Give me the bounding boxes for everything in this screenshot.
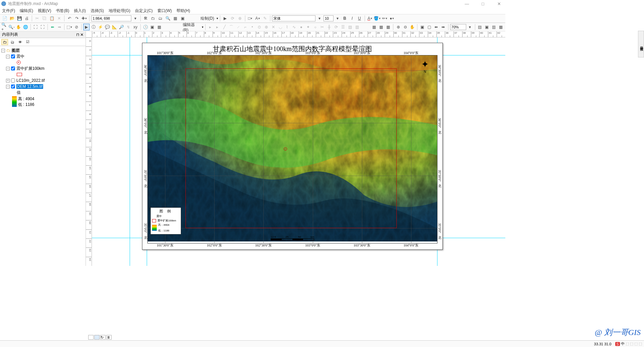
- toc-layer1-checkbox[interactable]: [11, 54, 15, 58]
- toc-tree[interactable]: −🗀图层 −震中 −震中扩展100km +LC10m_2022.tif −DEM…: [0, 46, 86, 266]
- distance-distance[interactable]: ⊙: [256, 24, 262, 30]
- forward-extent-button[interactable]: ➡: [56, 24, 62, 30]
- layout-canvas[interactable]: 甘肃积石山地震震中100km范围内数字高程模型晕渲图: [92, 37, 505, 266]
- direction-distance[interactable]: ⊕: [263, 24, 269, 30]
- add-data-button[interactable]: ✚▾: [81, 15, 88, 22]
- data-driven-pages[interactable]: ▦: [498, 24, 504, 30]
- toc-tab-visibility[interactable]: 👁: [17, 39, 23, 45]
- fixed-zoom-in-button[interactable]: ⛶: [32, 24, 39, 30]
- layout-zoom-input[interactable]: [450, 24, 466, 30]
- fill-color-button[interactable]: 🪣▾: [374, 15, 381, 22]
- go-to-xy-button[interactable]: xy: [132, 24, 139, 30]
- edit-vertices[interactable]: ✦: [305, 24, 311, 30]
- back-extent-button[interactable]: ⬅: [49, 24, 56, 30]
- menu-view[interactable]: 视图(V): [38, 8, 51, 14]
- split-tool[interactable]: ╫: [326, 24, 333, 30]
- georef-button2[interactable]: ▦: [378, 24, 384, 30]
- reshape[interactable]: ⟐: [312, 24, 318, 30]
- menu-geoprocessing[interactable]: 地理处理(G): [109, 8, 130, 14]
- zoom-out-button[interactable]: 🔍-: [8, 24, 15, 30]
- select-elements-button[interactable]: ▶: [222, 15, 229, 22]
- close-button[interactable]: ✕: [494, 1, 504, 6]
- marker-color-button[interactable]: ●▾: [389, 15, 395, 22]
- redo-button[interactable]: ↷: [74, 15, 80, 22]
- edit-vertices-button[interactable]: ✎: [262, 15, 268, 22]
- editor-toolbar-button[interactable]: 🛠: [142, 15, 149, 22]
- map-title[interactable]: 甘肃积石山地震震中100km范围内数字高程模型晕渲图: [142, 43, 442, 54]
- copy-button[interactable]: ⿻: [41, 15, 48, 22]
- toc-tab-drawing-order[interactable]: 🗀: [1, 39, 8, 45]
- minimize-button[interactable]: —: [462, 1, 472, 6]
- layout-whole-page[interactable]: ▣: [419, 24, 425, 30]
- rectangle-tool[interactable]: □▾: [247, 15, 254, 22]
- toc-layers-root[interactable]: 图层: [12, 48, 20, 53]
- zoom-to-selected-button[interactable]: ⊕: [237, 15, 243, 22]
- create-viewer-button[interactable]: ▣: [149, 24, 155, 30]
- scale-input[interactable]: [91, 15, 131, 21]
- new-button[interactable]: 📄: [1, 15, 8, 22]
- end-point-arc[interactable]: ⌒: [228, 24, 235, 30]
- attributes-button[interactable]: ☰: [340, 24, 346, 30]
- edit-tool[interactable]: ▸: [207, 24, 214, 30]
- toc-close-button[interactable]: ✕: [80, 32, 84, 37]
- maximize-button[interactable]: □: [478, 1, 488, 6]
- rotate-tool[interactable]: ⟳: [333, 24, 339, 30]
- layout-zoom-in[interactable]: ⊕: [395, 24, 401, 30]
- layout-zoom-dropdown[interactable]: ▾: [467, 24, 473, 30]
- cut-button[interactable]: ✂: [34, 15, 40, 22]
- create-features[interactable]: ▥: [354, 24, 360, 30]
- menu-edit[interactable]: 编辑(E): [20, 8, 33, 14]
- bold-button[interactable]: B: [342, 15, 348, 22]
- menu-insert[interactable]: 插入(I): [74, 8, 86, 14]
- paste-button[interactable]: 📋: [48, 15, 55, 22]
- toolbox-button[interactable]: 🗀: [150, 15, 156, 22]
- menu-file[interactable]: 文件(F): [2, 8, 15, 14]
- layout-page[interactable]: 甘肃积石山地震震中100km范围内数字高程模型晕渲图: [142, 43, 443, 250]
- right-angle[interactable]: ⌐: [242, 24, 248, 30]
- menu-bookmarks[interactable]: 书签(B): [56, 8, 69, 14]
- fontsize-dropdown[interactable]: ▾: [334, 15, 341, 22]
- extent-box[interactable]: [185, 68, 397, 228]
- straight-segment[interactable]: ╱: [221, 24, 228, 30]
- fixed-zoom-out-button[interactable]: ⛶: [39, 24, 46, 30]
- toc-pin-button[interactable]: ⊓: [76, 32, 79, 37]
- edit-annotation-tool[interactable]: ▸: [214, 24, 221, 30]
- toc-layer4-checkbox[interactable]: [11, 84, 15, 89]
- pan-button[interactable]: ✋: [15, 24, 22, 30]
- font-dropdown[interactable]: ▾: [316, 15, 323, 22]
- editor-label[interactable]: 编辑器(R): [183, 22, 200, 32]
- print-button[interactable]: 🖨: [23, 15, 30, 22]
- search-window-button[interactable]: 🔍: [164, 15, 171, 22]
- line-color-button[interactable]: ✏▾: [381, 15, 388, 22]
- north-arrow[interactable]: ✦N: [421, 59, 429, 73]
- focus-data-frame[interactable]: ▣: [484, 24, 490, 30]
- cut-polygons[interactable]: ✂: [319, 24, 326, 30]
- layout-zoom-out[interactable]: ⊖: [402, 24, 408, 30]
- html-popup-button[interactable]: 💬: [104, 24, 111, 30]
- text-tool[interactable]: A▾: [254, 15, 261, 22]
- toc-layer2-checkbox[interactable]: [11, 66, 15, 70]
- layout-forward[interactable]: ➡: [440, 24, 446, 30]
- tangent[interactable]: ⌇: [284, 24, 290, 30]
- menu-help[interactable]: 帮助(H): [176, 8, 190, 14]
- delete-button[interactable]: ✕: [56, 15, 62, 22]
- layout-100pct[interactable]: ▢: [426, 24, 432, 30]
- change-layout-button[interactable]: ▥: [491, 24, 497, 30]
- layout-view[interactable]: -5-4-3-2-1012345678910111213141516171819…: [86, 31, 505, 266]
- toc-layer4-selected[interactable]: DEM 12.5m.tif: [16, 84, 43, 89]
- toc-tab-selection[interactable]: ☑: [24, 39, 31, 45]
- arc-segment[interactable]: ◡: [277, 24, 283, 30]
- toc-layer3[interactable]: LC10m_2022.tif: [16, 78, 45, 83]
- toggle-draft-button[interactable]: ▤: [477, 24, 483, 30]
- midpoint[interactable]: •: [249, 24, 255, 30]
- select-features-button[interactable]: ⬚▾: [66, 24, 73, 30]
- menu-customize[interactable]: 自定义(C): [135, 8, 153, 14]
- menu-windows[interactable]: 窗口(W): [157, 8, 172, 14]
- bezier[interactable]: ∿: [291, 24, 297, 30]
- toc-layer1[interactable]: 震中: [16, 54, 24, 59]
- clear-selection-button[interactable]: ⊘: [73, 24, 80, 30]
- map-legend[interactable]: 图 例 震中 震中扩展100km 高：4904低：1186: [150, 207, 181, 234]
- scale-dropdown[interactable]: ▾: [132, 15, 139, 22]
- find-button[interactable]: 🔎: [118, 24, 125, 30]
- layout-pan[interactable]: ✋: [409, 24, 415, 30]
